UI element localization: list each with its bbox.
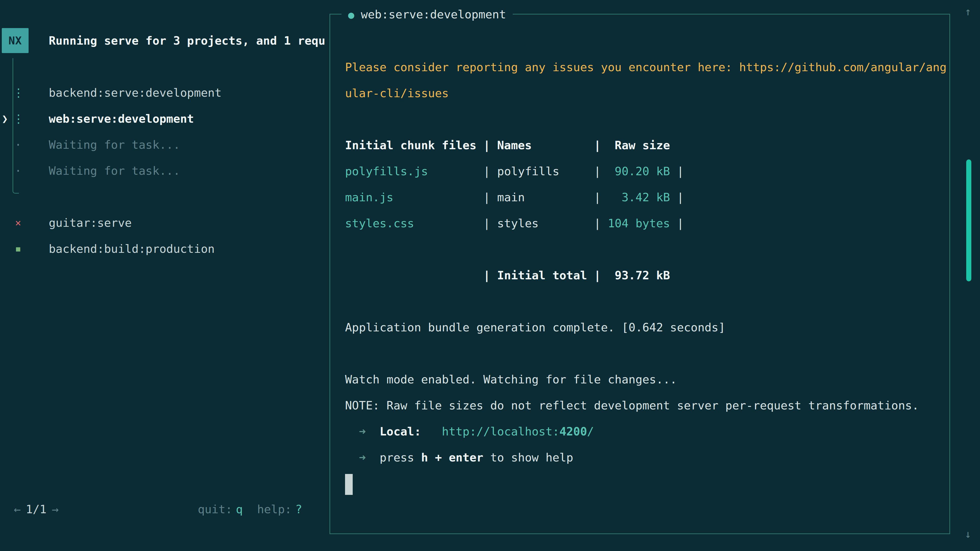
chunk-table-header: Initial chunk files | Names | Raw size (345, 132, 944, 159)
task-label: Waiting for task... (49, 164, 180, 178)
task-row-backend-build[interactable]: ■ backend:build:production (0, 236, 324, 262)
task-label: backend:build:production (49, 242, 215, 256)
help-hint-keys: h + enter (421, 451, 484, 464)
task-row-guitar-serve[interactable]: ✕ guitar:serve (0, 210, 324, 236)
sidebar-header: NX Running serve for 3 projects, and 1 r… (2, 28, 327, 53)
chunk-table-row: polyfills.js | polyfills | 90.20 kB | (345, 159, 944, 184)
help-label: help: (257, 503, 291, 516)
task-row-web-serve[interactable]: ❯ ⋮ web:serve:development (0, 106, 324, 132)
output-line-blank (345, 237, 944, 262)
local-port[interactable]: 4200 (559, 425, 587, 438)
pagination: ←1/1→ (14, 503, 59, 516)
help-key: ? (295, 503, 302, 516)
success-square-icon: ■ (13, 245, 24, 253)
scroll-up-icon[interactable]: ↑ (959, 0, 977, 24)
terminal-cursor (345, 474, 353, 495)
task-label: guitar:serve (49, 216, 132, 230)
task-list: ⋮ backend:serve:development ❯ ⋮ web:serv… (0, 79, 324, 262)
local-url-suffix[interactable]: / (587, 425, 594, 438)
output-line: ular-cli/issues (345, 80, 944, 106)
task-label: backend:serve:development (49, 86, 221, 100)
help-hint-press: press (380, 451, 421, 464)
scroll-down-icon[interactable]: ↓ (959, 522, 977, 546)
output-line-blank (345, 289, 944, 314)
output-line-blank (345, 28, 944, 54)
chunk-file: polyfills.js (345, 165, 484, 178)
failed-cross-icon: ✕ (13, 217, 24, 228)
cursor-line (345, 471, 944, 497)
chunk-table-total: | Initial total | 93.72 kB (345, 262, 944, 289)
output-line: Please consider reporting any issues you… (345, 54, 944, 80)
quit-label: quit: (198, 503, 232, 516)
local-label: Local: (380, 425, 421, 438)
issue-report-notice-url: ular-cli/issues (345, 86, 449, 100)
help-hint-suffix: to show help (484, 451, 573, 464)
prev-page-arrow-icon[interactable]: ← (14, 503, 21, 516)
sidebar-title: Running serve for 3 projects, and 1 requ (49, 34, 327, 48)
page-indicator: 1/1 (26, 503, 46, 516)
next-page-arrow-icon[interactable]: → (52, 503, 59, 516)
chunk-size: 104 bytes (601, 217, 670, 230)
panel-title-text: web:serve:development (361, 8, 506, 21)
help-hint-line: ➜ press h + enter to show help (345, 445, 944, 471)
output-line: Application bundle generation complete. … (345, 314, 944, 341)
watch-mode-message: Watch mode enabled. Watching for file ch… (345, 373, 677, 386)
chunk-name: main (497, 191, 594, 204)
chunk-size: 90.20 kB (601, 165, 670, 178)
chunk-name: styles (497, 217, 594, 230)
task-row-waiting-2[interactable]: · Waiting for task... (0, 158, 324, 184)
spinner-icon: ⋮ (13, 86, 24, 100)
note-message: NOTE: Raw file sizes do not reflect deve… (345, 399, 919, 412)
spinner-icon: ⋮ (13, 112, 24, 125)
chunk-file: styles.css (345, 217, 484, 230)
quit-key: q (236, 503, 243, 516)
issue-report-notice: Please consider reporting any issues you… (345, 60, 947, 74)
keyboard-shortcuts: quit:qhelp:? (198, 503, 302, 516)
task-row-waiting-1[interactable]: · Waiting for task... (0, 132, 324, 158)
arrow-icon: ➜ (345, 425, 380, 438)
task-label: web:serve:development (49, 112, 194, 125)
task-sidebar: NX Running serve for 3 projects, and 1 r… (0, 0, 324, 551)
scrollbar-thumb[interactable] (966, 159, 971, 281)
task-label: Waiting for task... (49, 138, 180, 151)
local-url[interactable]: http://localhost: (442, 425, 559, 438)
chunk-table-row: main.js | main | 3.42 kB | (345, 184, 944, 210)
selected-chevron-icon: ❯ (0, 113, 13, 124)
nx-tui-screen: NX Running serve for 3 projects, and 1 r… (0, 0, 980, 551)
local-url-line: ➜ Local: http://localhost:4200/ (345, 419, 944, 445)
chunk-file: main.js (345, 191, 484, 204)
nx-logo: NX (2, 28, 29, 53)
chunk-name: polyfills (497, 165, 594, 178)
waiting-dot-icon: · (13, 164, 24, 178)
output-line: Watch mode enabled. Watching for file ch… (345, 367, 944, 392)
output-line: NOTE: Raw file sizes do not reflect deve… (345, 392, 944, 419)
task-row-backend-serve[interactable]: ⋮ backend:serve:development (0, 79, 324, 106)
sidebar-bottom-bar: ←1/1→ quit:qhelp:? (0, 496, 317, 522)
task-status-dot-icon: ● (348, 9, 354, 21)
terminal-output[interactable]: Please consider reporting any issues you… (345, 28, 944, 497)
task-list-gap (0, 184, 324, 210)
chunk-size: 3.42 kB (601, 191, 670, 204)
output-panel: ●web:serve:development Please consider r… (329, 14, 950, 534)
output-line-blank (345, 106, 944, 132)
waiting-dot-icon: · (13, 138, 24, 151)
bundle-complete-message: Application bundle generation complete. … (345, 321, 725, 334)
chunk-table-row: styles.css | styles | 104 bytes | (345, 210, 944, 237)
panel-title: ●web:serve:development (342, 2, 513, 27)
arrow-icon: ➜ (345, 451, 380, 464)
output-line-blank (345, 341, 944, 367)
